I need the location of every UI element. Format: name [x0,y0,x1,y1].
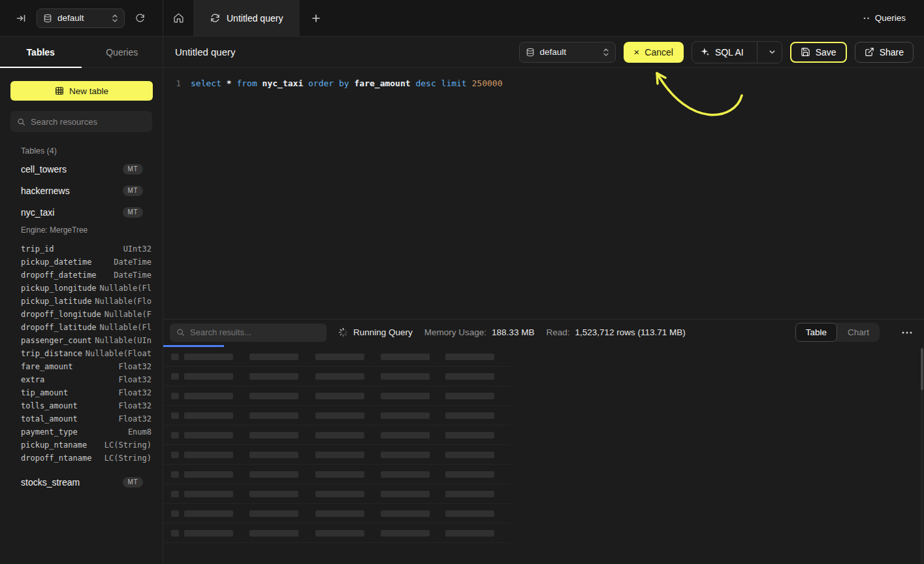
skeleton-cell [445,471,494,478]
share-button[interactable]: Share [855,42,914,63]
column-row: passenger_countNullable(UIn [0,334,163,347]
queries-icon [863,16,870,21]
home-tab[interactable] [163,0,193,36]
database-selector-value: default [57,13,84,23]
sidebar-table-list: cell_towersMThackernewsMTnyc_taxiMTEngin… [0,158,163,493]
save-label: Save [816,47,836,58]
sql-token: fare_amount [355,78,411,88]
column-row: dropoff_datetimeDateTime [0,269,163,282]
sql-token: from [236,78,257,88]
skeleton-cell [381,412,430,419]
column-row: pickup_latitudeNullable(Flo [0,295,163,308]
skeleton-cell [445,452,494,458]
sql-editor[interactable]: 1 select * from nyc_taxi order by fare_a… [163,68,924,319]
sql-ai-button[interactable]: SQL AI [692,41,782,63]
main-panel: Untitled query default × Ca [163,37,924,564]
save-button[interactable]: Save [790,42,847,63]
column-type: Nullable(F [104,310,151,319]
skeleton-cell [171,471,179,478]
table-engine-label: Engine: MergeTree [0,223,163,237]
table-list-item[interactable]: nyc_taxiMT [0,201,163,223]
table-row [163,347,511,367]
column-row: pickup_datetimeDateTime [0,256,163,269]
skeleton-cell [315,412,364,419]
new-tab-button[interactable] [300,0,332,36]
sidebar-tab-tables-label: Tables [27,47,55,58]
home-icon [173,12,184,24]
sql-token: 250000 [472,78,503,88]
results-search [170,323,327,342]
skeleton-cell [381,373,430,380]
refresh-icon [135,13,145,23]
more-options-button[interactable] [899,329,915,337]
database-selector-topbar[interactable]: default [37,8,125,28]
table-row [163,465,511,484]
results-skeleton [163,347,511,543]
column-type: UInt32 [123,244,151,254]
column-name: dropoff_ntaname [21,454,91,463]
sidebar-tab-queries[interactable]: Queries [82,37,163,67]
skeleton-cell [381,432,430,439]
column-name: extra [21,375,44,384]
skeleton-cell [315,530,364,537]
column-name: dropoff_longitude [21,310,101,319]
column-row: dropoff_longitudeNullable(F [0,308,163,321]
refresh-button[interactable] [133,10,148,25]
skeleton-cell [184,354,233,360]
table-list-item[interactable]: stocks_streamMT [0,471,163,493]
topbar-sidebar-section: default [0,0,163,36]
table-list-item[interactable]: hackernewsMT [0,180,163,201]
cancel-button[interactable]: × Cancel [624,42,684,63]
table-engine-badge: MT [123,164,143,174]
skeleton-cell [171,491,179,497]
sql-token: by [339,78,349,88]
table-grid-icon [55,86,64,95]
skeleton-cell [381,491,430,497]
table-list-item[interactable]: cell_towersMT [0,158,163,180]
database-selector-value: default [540,47,567,57]
table-engine-badge: MT [123,207,143,218]
table-row [163,406,511,425]
scrollbar-thumb[interactable] [921,348,923,390]
results-area [163,347,924,564]
plus-icon [311,14,321,23]
sql-token: * [227,78,232,88]
sql-token [257,78,263,88]
skeleton-cell [381,354,430,360]
queries-label: Queries [875,13,906,23]
skeleton-cell [315,510,364,517]
column-type: Nullable(Float [86,349,151,358]
database-selector-query[interactable]: default [519,42,616,63]
new-table-button[interactable]: New table [10,81,153,101]
results-search-input[interactable] [190,327,320,337]
skeleton-cell [445,510,494,517]
column-row: pickup_longitudeNullable(Fl [0,282,163,295]
collapse-sidebar-button[interactable] [13,10,29,26]
tab-table-view[interactable]: Table [795,323,837,342]
table-name: hackernews [21,186,123,196]
code-line: 1 select * from nyc_taxi order by fare_a… [175,77,924,90]
memory-usage-value: 188.33 MB [492,327,534,337]
skeleton-cell [171,530,179,537]
column-name: trip_id [21,244,54,254]
sidebar-tab-tables[interactable]: Tables [0,37,82,67]
skeleton-cell [171,452,179,458]
tab-chart-view[interactable]: Chart [837,323,880,342]
tab-untitled-query[interactable]: Untitled query [193,0,300,36]
skeleton-cell [184,471,233,478]
column-name: tolls_amount [21,401,78,410]
column-type: Nullable(Flo [95,297,151,306]
resource-search-input[interactable] [31,117,146,127]
skeleton-cell [184,452,233,458]
column-name: pickup_datetime [21,257,91,267]
results-scrollbar[interactable] [921,347,923,564]
column-name: tip_amount [21,388,68,397]
queries-link[interactable]: Queries [863,0,924,36]
skeleton-cell [381,530,430,537]
skeleton-cell [315,393,364,399]
chevron-down-icon[interactable] [763,43,782,61]
skeleton-cell [171,373,179,380]
column-type: Nullable(Fl [100,323,151,332]
sql-token: desc [415,78,436,88]
column-name: dropoff_latitude [21,323,97,332]
